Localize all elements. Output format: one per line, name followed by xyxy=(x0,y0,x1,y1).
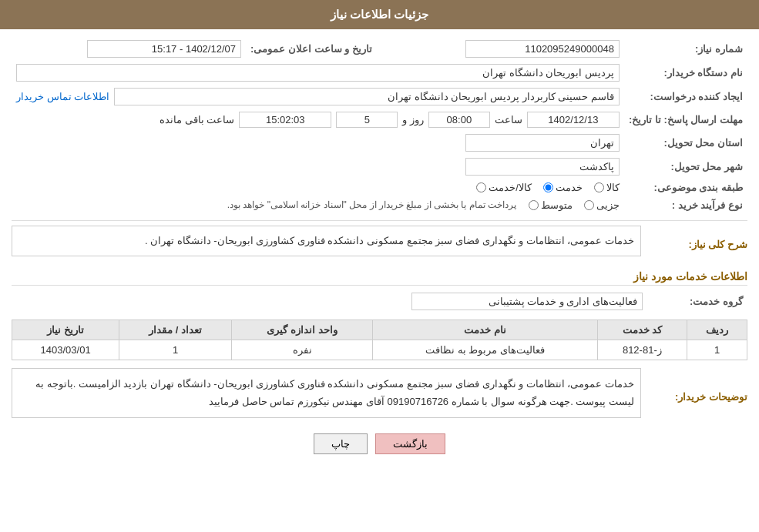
category-row: کالا خدمت کالا/خدمت xyxy=(12,179,624,196)
purchase-jozi-label: جزیی xyxy=(596,199,620,211)
remaining-time-field: 15:02:03 xyxy=(239,112,331,128)
category-option-kala[interactable]: کالا xyxy=(594,182,620,193)
purchase-motawaset-label: متوسط xyxy=(541,199,573,211)
col-name: نام خدمت xyxy=(373,320,597,340)
announce-date-label: تاریخ و ساعت اعلان عمومی: xyxy=(246,37,377,61)
deadline-time-field: 08:00 xyxy=(428,112,490,128)
service-group-field: فعالیت‌های اداری و خدمات پشتیبانی xyxy=(411,293,643,310)
action-buttons: بازگشت چاپ xyxy=(12,433,747,454)
category-option-kala-khedmat[interactable]: کالا/خدمت xyxy=(476,182,532,193)
cell-code: ز-81-812 xyxy=(597,340,687,360)
category-option-khedmat[interactable]: خدمت xyxy=(543,182,583,193)
purchase-jozi-radio[interactable] xyxy=(584,200,594,210)
cell-date: 1403/03/01 xyxy=(12,340,119,360)
table-row: 1ز-81-812فعالیت‌های مربوط به نظافتنفره11… xyxy=(12,340,747,360)
buyer-org-label: نام دستگاه خریدار: xyxy=(624,61,747,85)
cell-name: فعالیت‌های مربوط به نظافت xyxy=(373,340,597,360)
page-header: جزئیات اطلاعات نیاز xyxy=(0,0,759,29)
deadline-days-field: 5 xyxy=(336,112,398,128)
announce-date-field: 1402/12/07 - 15:17 xyxy=(87,40,241,58)
city-field: پاکدشت xyxy=(465,158,620,176)
deadline-day-label: روز و xyxy=(402,114,424,125)
cell-qty: 1 xyxy=(119,340,232,360)
buyer-desc-field: خدمات عمومی، انتظامات و نگهداری فضای سبز… xyxy=(12,368,641,418)
page-title: جزئیات اطلاعات نیاز xyxy=(331,8,428,21)
print-button[interactable]: چاپ xyxy=(314,433,368,454)
creator-label: ایجاد کننده درخواست: xyxy=(624,85,747,109)
province-value: تهران xyxy=(12,131,624,155)
purchase-motawaset[interactable]: متوسط xyxy=(529,199,573,211)
deadline-date-field: 1402/12/13 xyxy=(527,112,620,128)
category-kala-radio[interactable] xyxy=(594,182,604,192)
buyer-contact-link[interactable]: اطلاعات تماس خریدار xyxy=(16,91,109,102)
category-kala-khedmat-label: کالا/خدمت xyxy=(489,182,532,193)
col-unit: واحد اندازه گیری xyxy=(231,320,373,340)
deadline-label: مهلت ارسال پاسخ: تا تاریخ: xyxy=(624,109,747,131)
creator-row: قاسم حسینی کاربردار پردیس ابوریحان دانشگ… xyxy=(12,85,624,109)
creator-field: قاسم حسینی کاربردار پردیس ابوریحان دانشگ… xyxy=(114,88,620,105)
purchase-type-note: پرداخت تمام یا بخشی از مبلغ خریدار از مح… xyxy=(227,199,516,210)
need-desc-row: شرح کلی نیاز: خدمات عمومی، انتظامات و نگ… xyxy=(12,226,747,263)
col-date: تاریخ نیاز xyxy=(12,320,119,340)
category-kala-label: کالا xyxy=(606,182,620,193)
buyer-org-value: پردیس ابوریحان دانشگاه تهران xyxy=(12,61,624,85)
announce-date-value: 1402/12/07 - 15:17 xyxy=(12,37,246,61)
service-group-value: فعالیت‌های اداری و خدمات پشتیبانی xyxy=(12,289,647,313)
need-number-field: 1102095249000048 xyxy=(465,40,620,58)
buyer-org-field: پردیس ابوریحان دانشگاه تهران xyxy=(16,64,620,82)
cell-row: 1 xyxy=(687,340,747,360)
remaining-label: ساعت باقی مانده xyxy=(160,114,234,125)
province-label: استان محل تحویل: xyxy=(624,131,747,155)
buyer-desc-label: توضیحات خریدار: xyxy=(647,391,747,403)
need-number-label: شماره نیاز: xyxy=(624,37,747,61)
purchase-type-row: جزیی متوسط پرداخت تمام یا بخشی از مبلغ خ… xyxy=(12,196,624,214)
main-info-table: شماره نیاز: 1102095249000048 تاریخ و ساع… xyxy=(12,37,747,214)
purchase-jozi[interactable]: جزیی xyxy=(584,199,620,211)
city-value: پاکدشت xyxy=(12,155,624,179)
province-field: تهران xyxy=(465,134,620,152)
service-items-table: ردیف کد خدمت نام خدمت واحد اندازه گیری ت… xyxy=(12,320,747,360)
service-info-title: اطلاعات خدمات مورد نیاز xyxy=(12,270,747,286)
category-label: طبقه بندی موضوعی: xyxy=(624,179,747,196)
need-desc-field: خدمات عمومی، انتظامات و نگهداری فضای سبز… xyxy=(12,226,641,256)
need-desc-label: شرح کلی نیاز: xyxy=(647,239,747,250)
col-qty: تعداد / مقدار xyxy=(119,320,232,340)
category-kala-khedmat-radio[interactable] xyxy=(476,182,486,192)
buyer-desc-text: خدمات عمومی، انتظامات و نگهداری فضای سبز… xyxy=(35,378,634,407)
service-group-label: گروه خدمت: xyxy=(647,289,747,313)
purchase-type-label: نوع فرآیند خرید : xyxy=(624,196,747,214)
city-label: شهر محل تحویل: xyxy=(624,155,747,179)
purchase-motawaset-radio[interactable] xyxy=(529,200,539,210)
deadline-row: 1402/12/13 ساعت 08:00 روز و 5 15:02:03 س… xyxy=(12,109,624,131)
service-group-table: گروه خدمت: فعالیت‌های اداری و خدمات پشتی… xyxy=(12,289,747,313)
back-button[interactable]: بازگشت xyxy=(375,433,445,454)
col-code: کد خدمت xyxy=(597,320,687,340)
need-number-value: 1102095249000048 xyxy=(390,37,624,61)
deadline-time-label: ساعت xyxy=(495,114,522,125)
category-khedmat-label: خدمت xyxy=(556,182,583,193)
cell-unit: نفره xyxy=(231,340,373,360)
col-row: ردیف xyxy=(687,320,747,340)
category-khedmat-radio[interactable] xyxy=(543,182,553,192)
buyer-desc-row: توضیحات خریدار: خدمات عمومی، انتظامات و … xyxy=(12,368,747,426)
